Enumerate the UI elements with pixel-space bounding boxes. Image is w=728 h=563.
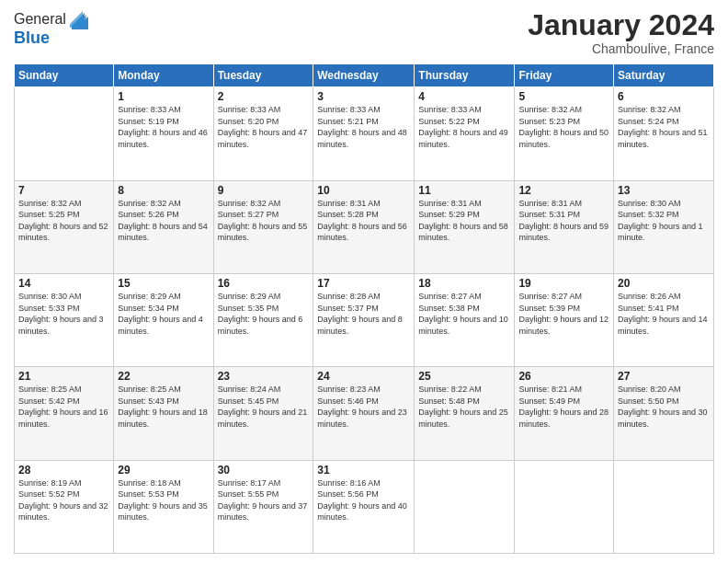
calendar-cell: 6 Sunrise: 8:32 AMSunset: 5:24 PMDayligh…	[614, 87, 714, 180]
day-info: Sunrise: 8:25 AMSunset: 5:42 PMDaylight:…	[18, 384, 109, 430]
day-number: 16	[218, 277, 310, 290]
day-number: 27	[618, 370, 710, 383]
day-number: 10	[317, 184, 410, 197]
day-number: 21	[18, 370, 109, 383]
day-info: Sunrise: 8:16 AMSunset: 5:56 PMDaylight:…	[317, 477, 410, 523]
day-number: 14	[18, 277, 109, 290]
calendar-cell: 5 Sunrise: 8:32 AMSunset: 5:23 PMDayligh…	[515, 87, 614, 180]
day-number: 20	[618, 277, 710, 290]
day-info: Sunrise: 8:31 AMSunset: 5:28 PMDaylight:…	[317, 198, 410, 244]
weekday-header-tuesday: Tuesday	[213, 64, 313, 87]
day-info: Sunrise: 8:29 AMSunset: 5:34 PMDaylight:…	[118, 291, 209, 337]
page: General Blue January 2024 Chamboulive, F…	[0, 0, 728, 563]
day-info: Sunrise: 8:27 AMSunset: 5:38 PMDaylight:…	[418, 291, 510, 337]
weekday-header-wednesday: Wednesday	[313, 64, 415, 87]
calendar-cell: 4 Sunrise: 8:33 AMSunset: 5:22 PMDayligh…	[415, 87, 515, 180]
day-number: 9	[218, 184, 310, 197]
logo-blue-text: Blue	[14, 29, 50, 47]
day-number: 6	[618, 90, 710, 103]
calendar-cell: 17 Sunrise: 8:28 AMSunset: 5:37 PMDaylig…	[313, 273, 415, 366]
day-info: Sunrise: 8:26 AMSunset: 5:41 PMDaylight:…	[618, 291, 710, 337]
calendar-cell: 25 Sunrise: 8:22 AMSunset: 5:48 PMDaylig…	[415, 367, 515, 460]
day-info: Sunrise: 8:32 AMSunset: 5:25 PMDaylight:…	[18, 198, 109, 244]
calendar-cell: 29 Sunrise: 8:18 AMSunset: 5:53 PMDaylig…	[114, 460, 213, 553]
day-info: Sunrise: 8:23 AMSunset: 5:46 PMDaylight:…	[317, 384, 410, 430]
calendar-cell: 1 Sunrise: 8:33 AMSunset: 5:19 PMDayligh…	[114, 87, 213, 180]
day-number: 4	[418, 90, 510, 103]
day-number: 18	[418, 277, 510, 290]
location: Chamboulive, France	[528, 41, 714, 56]
calendar-cell	[15, 87, 114, 180]
day-number: 15	[118, 277, 209, 290]
calendar-cell: 13 Sunrise: 8:30 AMSunset: 5:32 PMDaylig…	[614, 180, 714, 273]
day-info: Sunrise: 8:20 AMSunset: 5:50 PMDaylight:…	[618, 384, 710, 430]
calendar-cell: 9 Sunrise: 8:32 AMSunset: 5:27 PMDayligh…	[213, 180, 313, 273]
day-number: 31	[317, 464, 410, 477]
calendar-cell: 8 Sunrise: 8:32 AMSunset: 5:26 PMDayligh…	[114, 180, 213, 273]
weekday-header-monday: Monday	[114, 64, 213, 87]
weekday-header-row: SundayMondayTuesdayWednesdayThursdayFrid…	[15, 64, 714, 87]
day-number: 29	[118, 464, 209, 477]
week-row-1: 1 Sunrise: 8:33 AMSunset: 5:19 PMDayligh…	[15, 87, 714, 180]
calendar-cell: 21 Sunrise: 8:25 AMSunset: 5:42 PMDaylig…	[15, 367, 114, 460]
calendar-cell: 24 Sunrise: 8:23 AMSunset: 5:46 PMDaylig…	[313, 367, 415, 460]
calendar-cell: 31 Sunrise: 8:16 AMSunset: 5:56 PMDaylig…	[313, 460, 415, 553]
day-info: Sunrise: 8:17 AMSunset: 5:55 PMDaylight:…	[218, 477, 310, 523]
day-info: Sunrise: 8:27 AMSunset: 5:39 PMDaylight:…	[518, 291, 609, 337]
weekday-header-saturday: Saturday	[614, 64, 714, 87]
calendar-cell	[415, 460, 515, 553]
day-info: Sunrise: 8:29 AMSunset: 5:35 PMDaylight:…	[218, 291, 310, 337]
day-info: Sunrise: 8:25 AMSunset: 5:43 PMDaylight:…	[118, 384, 209, 430]
day-info: Sunrise: 8:32 AMSunset: 5:26 PMDaylight:…	[118, 198, 209, 244]
calendar-cell: 2 Sunrise: 8:33 AMSunset: 5:20 PMDayligh…	[213, 87, 313, 180]
day-info: Sunrise: 8:33 AMSunset: 5:20 PMDaylight:…	[218, 104, 310, 150]
calendar-cell: 20 Sunrise: 8:26 AMSunset: 5:41 PMDaylig…	[614, 273, 714, 366]
calendar-cell	[515, 460, 614, 553]
calendar-cell: 30 Sunrise: 8:17 AMSunset: 5:55 PMDaylig…	[213, 460, 313, 553]
day-number: 28	[18, 464, 109, 477]
logo-general-text: General	[14, 11, 66, 28]
week-row-5: 28 Sunrise: 8:19 AMSunset: 5:52 PMDaylig…	[15, 460, 714, 553]
day-info: Sunrise: 8:30 AMSunset: 5:33 PMDaylight:…	[18, 291, 109, 337]
calendar-cell: 26 Sunrise: 8:21 AMSunset: 5:49 PMDaylig…	[515, 367, 614, 460]
day-info: Sunrise: 8:33 AMSunset: 5:19 PMDaylight:…	[118, 104, 209, 150]
day-number: 19	[518, 277, 609, 290]
calendar-cell	[614, 460, 714, 553]
week-row-2: 7 Sunrise: 8:32 AMSunset: 5:25 PMDayligh…	[15, 180, 714, 273]
calendar-cell: 10 Sunrise: 8:31 AMSunset: 5:28 PMDaylig…	[313, 180, 415, 273]
day-info: Sunrise: 8:33 AMSunset: 5:22 PMDaylight:…	[418, 104, 510, 150]
day-info: Sunrise: 8:28 AMSunset: 5:37 PMDaylight:…	[317, 291, 410, 337]
week-row-3: 14 Sunrise: 8:30 AMSunset: 5:33 PMDaylig…	[15, 273, 714, 366]
day-number: 23	[218, 370, 310, 383]
title-section: January 2024 Chamboulive, France	[528, 9, 714, 56]
day-info: Sunrise: 8:24 AMSunset: 5:45 PMDaylight:…	[218, 384, 310, 430]
day-number: 30	[218, 464, 310, 477]
day-number: 26	[518, 370, 609, 383]
day-number: 7	[18, 184, 109, 197]
day-info: Sunrise: 8:32 AMSunset: 5:24 PMDaylight:…	[618, 104, 710, 150]
week-row-4: 21 Sunrise: 8:25 AMSunset: 5:42 PMDaylig…	[15, 367, 714, 460]
calendar-cell: 18 Sunrise: 8:27 AMSunset: 5:38 PMDaylig…	[415, 273, 515, 366]
day-info: Sunrise: 8:31 AMSunset: 5:29 PMDaylight:…	[418, 198, 510, 244]
day-number: 12	[518, 184, 609, 197]
day-info: Sunrise: 8:32 AMSunset: 5:23 PMDaylight:…	[518, 104, 609, 150]
weekday-header-sunday: Sunday	[15, 64, 114, 87]
day-number: 8	[118, 184, 209, 197]
calendar-cell: 19 Sunrise: 8:27 AMSunset: 5:39 PMDaylig…	[515, 273, 614, 366]
calendar-cell: 12 Sunrise: 8:31 AMSunset: 5:31 PMDaylig…	[515, 180, 614, 273]
calendar-cell: 14 Sunrise: 8:30 AMSunset: 5:33 PMDaylig…	[15, 273, 114, 366]
day-info: Sunrise: 8:32 AMSunset: 5:27 PMDaylight:…	[218, 198, 310, 244]
day-info: Sunrise: 8:31 AMSunset: 5:31 PMDaylight:…	[518, 198, 609, 244]
calendar-cell: 28 Sunrise: 8:19 AMSunset: 5:52 PMDaylig…	[15, 460, 114, 553]
day-number: 5	[518, 90, 609, 103]
calendar-cell: 11 Sunrise: 8:31 AMSunset: 5:29 PMDaylig…	[415, 180, 515, 273]
calendar-cell: 27 Sunrise: 8:20 AMSunset: 5:50 PMDaylig…	[614, 367, 714, 460]
day-info: Sunrise: 8:19 AMSunset: 5:52 PMDaylight:…	[18, 477, 109, 523]
day-number: 1	[118, 90, 209, 103]
day-info: Sunrise: 8:21 AMSunset: 5:49 PMDaylight:…	[518, 384, 609, 430]
calendar-cell: 3 Sunrise: 8:33 AMSunset: 5:21 PMDayligh…	[313, 87, 415, 180]
logo-icon	[68, 9, 88, 29]
calendar-cell: 15 Sunrise: 8:29 AMSunset: 5:34 PMDaylig…	[114, 273, 213, 366]
day-number: 2	[218, 90, 310, 103]
header: General Blue January 2024 Chamboulive, F…	[14, 9, 714, 56]
